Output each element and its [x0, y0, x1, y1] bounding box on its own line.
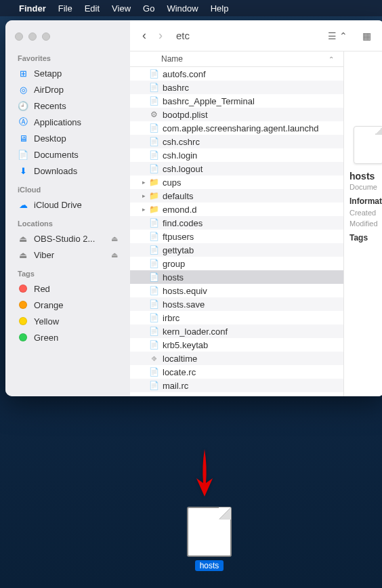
menu-window[interactable]: Window	[167, 3, 198, 14]
file-row[interactable]: 📄bashrc	[130, 81, 343, 94]
sidebar-item-documents[interactable]: 📄Documents	[5, 146, 130, 163]
content-area: Name ⌃ 📄autofs.conf📄bashrc📄bashrc_Apple_…	[130, 51, 382, 396]
sidebar-item-recents[interactable]: 🕘Recents	[5, 98, 130, 114]
sidebar-item-desktop[interactable]: 🖥Desktop	[5, 130, 130, 146]
file-name: com.apple.screensharing.agent.launchd	[163, 123, 319, 133]
folder-icon: 📁	[149, 190, 158, 201]
sidebar-item-label: Viber	[34, 250, 54, 260]
file-name: locate.rc	[163, 367, 196, 377]
file-name: emond.d	[163, 205, 197, 215]
file-row[interactable]: 📄hosts.save	[130, 297, 343, 311]
document-icon: 📄	[149, 82, 158, 93]
document-icon: 📄	[149, 217, 158, 228]
file-row[interactable]: 📄bashrc_Apple_Terminal	[130, 94, 343, 108]
document-icon: 📄	[149, 326, 158, 337]
app-menu[interactable]: Finder	[19, 3, 46, 14]
info-tags-heading: Tags	[349, 233, 379, 243]
file-name: mail.rc	[163, 381, 188, 391]
menu-file[interactable]: File	[58, 3, 72, 14]
sidebar-item-label: Applications	[34, 117, 81, 127]
minimize-button[interactable]	[28, 33, 37, 41]
file-name: group	[163, 259, 185, 269]
file-name: hosts.equiv	[163, 286, 207, 296]
file-row[interactable]: ▸📁cups	[130, 175, 343, 189]
disclosure-triangle-icon[interactable]: ▸	[142, 179, 148, 186]
file-row[interactable]: 📄gettytab	[130, 243, 343, 257]
file-row[interactable]: 📄ftpusers	[130, 230, 343, 243]
app-icon: Ⓐ	[18, 117, 28, 127]
file-column[interactable]: Name ⌃ 📄autofs.conf📄bashrc📄bashrc_Apple_…	[130, 51, 344, 396]
file-row[interactable]: 📄locate.rc	[130, 365, 343, 379]
sidebar-item-setapp[interactable]: ⊞Setapp	[5, 65, 130, 81]
location-title: etc	[176, 30, 190, 41]
file-name: csh.cshrc	[163, 137, 200, 147]
eject-icon[interactable]: ⏏	[111, 234, 118, 243]
sidebar-item-red[interactable]: Red	[5, 280, 130, 297]
sort-indicator-icon: ⌃	[328, 56, 334, 63]
menu-help[interactable]: Help	[211, 3, 229, 14]
document-icon: 📄	[149, 339, 158, 350]
sidebar-item-airdrop[interactable]: ◎AirDrop	[5, 81, 130, 98]
file-name: irbrc	[163, 313, 179, 323]
document-icon: 📄	[149, 96, 158, 106]
disk-icon: ⏏	[18, 249, 28, 260]
sidebar-item-obs-studio-[interactable]: ⏏OBS-Studio 2...⏏	[5, 230, 130, 247]
tag-icon	[18, 316, 28, 327]
file-row[interactable]: 📄csh.logout	[130, 162, 343, 175]
traffic-lights	[5, 27, 130, 51]
column-header[interactable]: Name ⌃	[130, 51, 343, 67]
sidebar-item-icloud-drive[interactable]: ☁iCloud Drive	[5, 196, 130, 213]
sidebar-item-yellow[interactable]: Yellow	[5, 313, 130, 329]
file-row[interactable]: 📄krb5.keytab	[130, 338, 343, 352]
sidebar-item-orange[interactable]: Orange	[5, 297, 130, 313]
sidebar-item-viber[interactable]: ⏏Viber⏏	[5, 247, 130, 263]
menu-view[interactable]: View	[112, 3, 131, 14]
sidebar-item-downloads[interactable]: ⬇Downloads	[5, 163, 130, 179]
main-pane: ‹ › etc ☰ ⌃ ▦ Name ⌃ 📄autofs.conf📄bashrc…	[130, 20, 382, 396]
view-options-icon[interactable]: ☰ ⌃	[324, 30, 352, 41]
file-row[interactable]: 📄kern_loader.conf	[130, 324, 343, 338]
desktop-file[interactable]: hosts	[187, 507, 232, 571]
sidebar-item-label: Downloads	[34, 166, 77, 176]
file-name: gettytab	[163, 245, 194, 255]
back-button[interactable]: ‹	[140, 28, 149, 43]
sidebar-item-label: Documents	[34, 150, 79, 160]
file-row[interactable]: 📄hosts	[130, 270, 343, 284]
info-information-heading: Informat	[349, 196, 379, 206]
eject-icon[interactable]: ⏏	[111, 251, 118, 259]
file-row[interactable]: 📄autofs.conf	[130, 67, 343, 81]
tag-icon	[18, 283, 28, 294]
file-row[interactable]: 📄irbrc	[130, 311, 343, 324]
file-row[interactable]: 📄csh.cshrc	[130, 135, 343, 148]
sidebar-item-applications[interactable]: ⒶApplications	[5, 114, 130, 130]
sidebar-item-label: OBS-Studio 2...	[34, 234, 95, 244]
zoom-button[interactable]	[42, 33, 50, 41]
document-icon: 📄	[149, 245, 158, 255]
sidebar-item-green[interactable]: Green	[5, 329, 130, 345]
close-button[interactable]	[15, 33, 23, 41]
file-row[interactable]: ⚙bootpd.plist	[130, 108, 343, 121]
file-name: csh.login	[163, 150, 197, 161]
file-name: autofs.conf	[163, 69, 206, 79]
desktop-file-label: hosts	[195, 560, 224, 571]
file-row[interactable]: 📄com.apple.screensharing.agent.launchd	[130, 121, 343, 135]
disclosure-triangle-icon[interactable]: ▸	[142, 206, 148, 213]
file-row[interactable]: 📄csh.login	[130, 148, 343, 162]
file-row[interactable]: ▸📁emond.d	[130, 203, 343, 216]
file-name: bashrc_Apple_Terminal	[163, 96, 255, 106]
disclosure-triangle-icon[interactable]: ▸	[142, 192, 148, 199]
file-row[interactable]: ▸📁defaults	[130, 189, 343, 203]
menu-edit[interactable]: Edit	[85, 3, 100, 14]
document-icon: 📄	[149, 231, 158, 242]
file-row[interactable]: ⎆localtime	[130, 352, 343, 365]
locations-heading: Locations	[5, 217, 130, 230]
forward-button[interactable]: ›	[156, 28, 165, 43]
info-filename: hosts	[349, 171, 379, 182]
menu-go[interactable]: Go	[143, 3, 154, 14]
document-icon: 📄	[149, 258, 158, 269]
file-row[interactable]: 📄group	[130, 257, 343, 270]
file-row[interactable]: 📄mail.rc	[130, 379, 343, 392]
file-row[interactable]: 📄hosts.equiv	[130, 284, 343, 297]
grid-icon[interactable]: ▦	[358, 30, 375, 41]
file-row[interactable]: 📄find.codes	[130, 216, 343, 230]
